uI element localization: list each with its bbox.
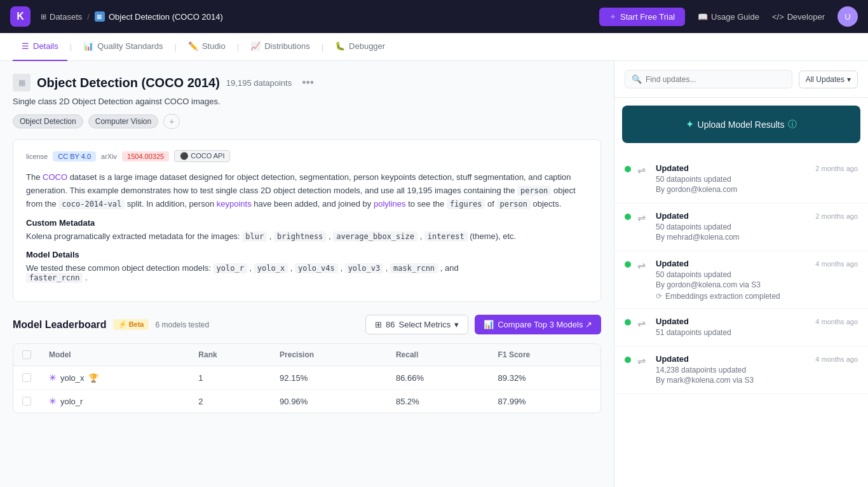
more-options-button[interactable]: •••: [298, 75, 318, 91]
start-trial-button[interactable]: ✦ Start Free Trial: [599, 8, 685, 26]
polylines-link[interactable]: polylines: [374, 199, 406, 209]
row-checkbox[interactable]: [22, 397, 31, 406]
updates-search[interactable]: 🔍: [625, 70, 792, 88]
tab-distributions[interactable]: 📈 Distributions: [241, 33, 319, 61]
code-icon: </>: [772, 12, 784, 22]
arxiv-label: arXiv: [101, 153, 117, 160]
dataset-title-row: ▦ Object Detection (COCO 2014) 19,195 da…: [13, 74, 601, 92]
update-sub1: 50 datapoints updated: [656, 175, 858, 184]
dataset-title: Object Detection (COCO 2014): [37, 76, 220, 90]
col-f1: F1 Score: [489, 344, 600, 366]
updates-search-input[interactable]: [646, 75, 785, 84]
keypoints-link[interactable]: keypoints: [217, 199, 252, 209]
license-row: license CC BY 4.0 arXiv 1504.00325 ⚫ COC…: [26, 150, 588, 162]
update-sub1: 50 datapoints updated: [656, 223, 858, 231]
breadcrumb-datasets[interactable]: ⊞ Datasets: [41, 12, 82, 22]
tab-debugger[interactable]: 🐛 Debugger: [326, 33, 394, 61]
dataset-header: ▦ Object Detection (COCO 2014) 19,195 da…: [13, 74, 601, 129]
beta-badge: ⚡ Beta: [113, 319, 149, 330]
model-asterisk-icon: ✳: [49, 396, 57, 406]
trophy-icon: 🏆: [88, 373, 98, 383]
leaderboard-section: Model Leaderboard ⚡ Beta 6 models tested…: [13, 315, 601, 413]
update-time: 4 months ago: [815, 318, 858, 326]
update-branch-icon: ⇌: [637, 317, 646, 329]
tag-add-button[interactable]: +: [163, 114, 180, 129]
update-item: ⇌ Updated 4 months ago 51 datapoints upd…: [614, 309, 868, 346]
row-checkbox[interactable]: [22, 373, 31, 382]
recall-1: 86.66%: [387, 366, 489, 390]
update-content: Updated 2 months ago 50 datapoints updat…: [656, 211, 858, 243]
col-recall: Recall: [387, 344, 489, 366]
update-title: Updated: [656, 317, 689, 326]
tab-studio[interactable]: ✏️ Studio: [179, 33, 234, 61]
update-branch-icon: ⇌: [637, 212, 646, 224]
f1-2: 87.99%: [489, 390, 600, 413]
leaderboard-header: Model Leaderboard ⚡ Beta 6 models tested…: [13, 315, 601, 334]
rank-2: 2: [189, 390, 271, 413]
custom-metadata-title: Custom Metadata: [26, 218, 588, 228]
dataset-thumbnail: ▦: [13, 74, 31, 92]
arxiv-badge[interactable]: 1504.00325: [122, 151, 169, 161]
update-status-dot: [625, 166, 631, 172]
user-avatar[interactable]: U: [837, 6, 858, 27]
models-table: Model Rank Precision Recall F1 Score: [13, 343, 601, 413]
upload-btn-label: ✦ Upload Model Results ⓘ: [686, 118, 797, 130]
select-metrics-button[interactable]: ⊞ 86 Select Metrics ▾: [365, 315, 468, 334]
update-content: Updated 2 months ago 50 datapoints updat…: [656, 163, 858, 195]
breadcrumb: ⊞ Datasets / ▦ Object Detection (COCO 20…: [41, 11, 223, 22]
custom-metadata-text: Kolena programatically extracted metadat…: [26, 231, 588, 241]
top-nav: K ⊞ Datasets / ▦ Object Detection (COCO …: [0, 0, 868, 33]
update-time: 2 months ago: [815, 212, 858, 220]
leaderboard-title: Model Leaderboard: [13, 319, 107, 331]
tag-object-detection[interactable]: Object Detection: [13, 114, 83, 128]
nav-right: ✦ Start Free Trial 📖 Usage Guide </> Dev…: [599, 6, 858, 27]
tab-quality-standards[interactable]: 📊 Quality Standards: [74, 33, 172, 61]
usage-guide-link[interactable]: 📖 Usage Guide: [698, 12, 759, 22]
coco-link[interactable]: COCO: [43, 172, 67, 182]
f1-1: 89.32%: [489, 366, 600, 390]
compare-models-button[interactable]: 📊 Compare Top 3 Models ↗: [475, 315, 601, 334]
rank-1: 1: [189, 366, 271, 390]
update-time: 4 months ago: [815, 355, 858, 363]
coco-api-badge[interactable]: ⚫ COCO API: [174, 150, 230, 162]
tag-computer-vision[interactable]: Computer Vision: [88, 114, 159, 128]
precision-2: 90.96%: [271, 390, 387, 413]
studio-icon: ✏️: [188, 41, 198, 51]
update-content: Updated 4 months ago 50 datapoints updat…: [656, 259, 858, 301]
recall-2: 85.2%: [387, 390, 489, 413]
select-all-checkbox[interactable]: [22, 350, 31, 359]
model-asterisk-icon: ✳: [49, 373, 57, 383]
update-status-dot: [625, 319, 631, 326]
quality-icon: 📊: [83, 41, 93, 51]
dataset-description: Single class 2D Object Detection against…: [13, 97, 601, 106]
col-rank: Rank: [189, 344, 271, 366]
tab-details[interactable]: ☰ Details: [13, 33, 67, 61]
dataset-icon: ▦: [95, 11, 105, 22]
nav-logo[interactable]: K: [10, 6, 31, 27]
all-updates-filter-button[interactable]: All Updates ▾: [799, 71, 858, 88]
license-label: license: [26, 153, 48, 160]
update-time: 4 months ago: [815, 260, 858, 268]
update-sub1: 14,238 datapoints updated: [656, 366, 858, 374]
update-sub2: By mehrad@kolena.com: [656, 233, 858, 242]
model-name-yolo-x: ✳ yolo_x 🏆: [49, 373, 180, 383]
dataset-count: 19,195 datapoints: [226, 78, 292, 88]
upload-icon: ✦: [686, 118, 694, 130]
desc-main-text: The COCO dataset is a large image datase…: [26, 171, 588, 210]
developer-link[interactable]: </> Developer: [772, 12, 825, 22]
chevron-down-icon: ▾: [847, 75, 851, 84]
update-branch-icon: ⇌: [637, 259, 646, 271]
cc-license-badge[interactable]: CC BY 4.0: [53, 151, 96, 161]
update-item: ⇌ Updated 2 months ago 50 datapoints upd…: [614, 156, 868, 203]
update-item: ⇌ Updated 4 months ago 14,238 datapoints…: [614, 346, 868, 394]
update-status-dot: [625, 357, 631, 363]
embeddings-icon: ⟳: [656, 292, 662, 301]
description-card: license CC BY 4.0 arXiv 1504.00325 ⚫ COC…: [13, 139, 601, 302]
book-icon: 📖: [698, 12, 708, 22]
upload-model-results[interactable]: ✦ Upload Model Results ⓘ: [622, 106, 860, 143]
update-branch-icon: ⇌: [637, 164, 646, 176]
main-layout: ▦ Object Detection (COCO 2014) 19,195 da…: [0, 61, 868, 487]
updates-header: 🔍 All Updates ▾: [614, 61, 868, 98]
update-extra: ⟳ Embeddings extraction completed: [656, 292, 858, 301]
search-icon: 🔍: [632, 74, 642, 84]
